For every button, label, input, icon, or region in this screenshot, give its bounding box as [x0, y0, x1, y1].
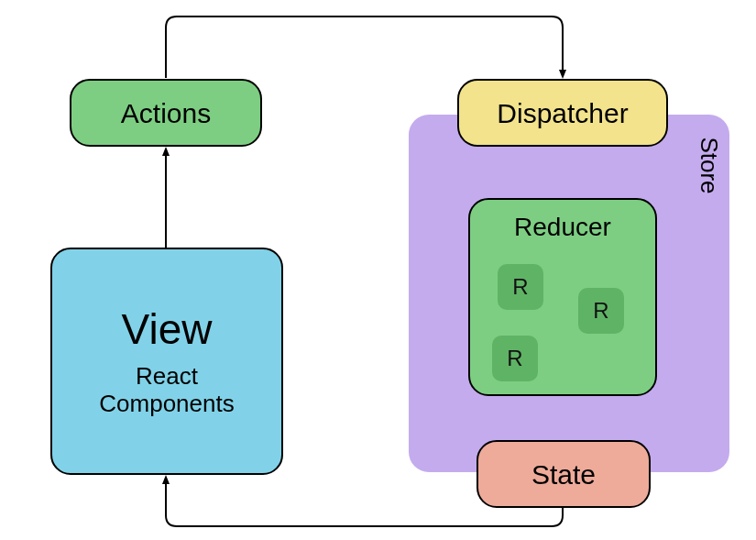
view-subtitle: ReactComponents — [99, 363, 234, 418]
sub-reducer-2-label: R — [593, 298, 608, 324]
actions-label: Actions — [121, 98, 211, 128]
store-label: Store — [695, 137, 723, 193]
sub-reducer-1: R — [498, 264, 543, 310]
state-node: State — [477, 440, 651, 508]
dispatcher-node: Dispatcher — [457, 79, 668, 147]
reducer-node: Reducer R R R — [468, 198, 657, 396]
dispatcher-label: Dispatcher — [497, 98, 628, 128]
state-label: State — [531, 459, 596, 490]
view-node: View ReactComponents — [50, 248, 283, 475]
actions-node: Actions — [70, 79, 262, 147]
sub-reducer-1-label: R — [512, 274, 528, 300]
reducer-label: Reducer — [470, 213, 655, 242]
sub-reducer-2: R — [578, 288, 624, 334]
sub-reducer-3-label: R — [507, 346, 522, 371]
view-title: View — [122, 304, 213, 354]
diagram-canvas: Store Actions Dispatcher Reducer R R R S… — [0, 0, 756, 540]
sub-reducer-3: R — [492, 336, 538, 381]
edge-actions-to-dispatcher — [166, 17, 563, 78]
